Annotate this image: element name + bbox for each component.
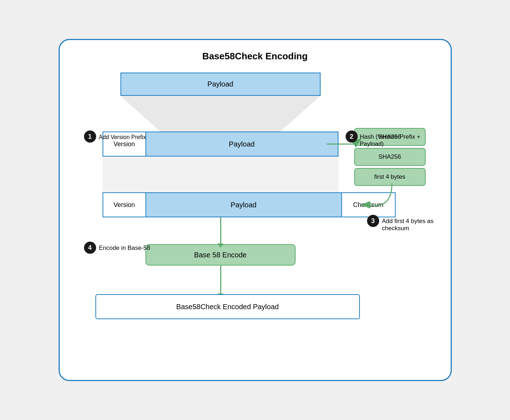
step-2-badge: 2 [346,130,358,143]
checksum-box: Checksum [341,193,395,217]
payload-box-bot: Payload [146,193,341,217]
step-4-badge: 4 [84,242,96,254]
diagram-title: Base58Check Encoding [74,51,436,62]
funnel-area-1 [120,96,321,132]
step-1-label: Add Version Prefix [99,134,146,140]
step-4-label: Encode in Base-58 [99,244,150,252]
arrow-head-1 [218,243,223,248]
step-1-badge: 1 [84,130,96,143]
version-box-2: Version [103,193,146,217]
payload-box-mid: Payload [146,132,338,156]
row3-container: Version Payload Checksum [103,192,396,217]
main-area: Payload 1 Add Version Prefix Version Pay… [74,73,436,366]
final-output-box: Base58Check Encoded Payload [95,294,360,319]
first4bytes-box: first 4 bytes [354,168,426,186]
diagram-container: Base58Check Encoding Payload 1 Add Versi… [59,39,452,381]
payload-top-box: Payload [120,73,321,96]
arrow-down-2 [220,266,221,294]
sha256-box-2: SHA256 [354,148,426,166]
step-3-label: Add first 4 bytes as checksum [382,218,436,232]
step-2-label: Hash (Version Prefix + Payload) [360,133,436,148]
step-3-badge: 3 [367,215,379,227]
arrow-down-1 [220,217,221,244]
funnel-area-2 [103,157,338,192]
